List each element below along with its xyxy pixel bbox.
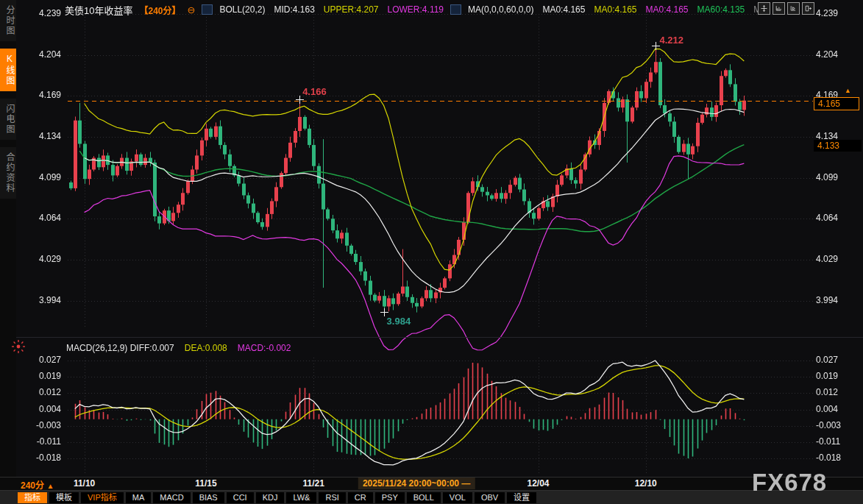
boll-readouts: BOLL(20,2)MID:4.163UPPER:4.207LOWER:4.11… — [219, 4, 444, 15]
axis-tick-label: 0.019 — [39, 371, 61, 381]
axis-tick-label: 4.204 — [39, 49, 61, 60]
axis-tick-label: 4.239 — [39, 8, 61, 18]
toolbar-button-PSY[interactable]: PSY — [375, 492, 405, 503]
date-tick-label: 11/15 — [195, 478, 216, 489]
pan-icon[interactable] — [758, 2, 770, 15]
panel-divider — [0, 337, 863, 338]
toolbar-button-CR[interactable]: CR — [348, 492, 373, 503]
axis-tick-label: 0.019 — [816, 371, 838, 381]
date-tick-label: 11/21 — [303, 478, 324, 489]
axis-tick-label: 4.204 — [816, 49, 838, 60]
indicator-readout: UPPER:4.207 — [324, 4, 379, 15]
indicator-readout: BOLL(20,2) — [219, 4, 265, 15]
macd-readout: DEA:0.008 — [185, 343, 227, 353]
toolbar-button-RSI[interactable]: RSI — [319, 492, 345, 503]
indicator-toolbar: 指标模板VIP指标MAMACDBIASCCIKDJLW&RSICRPSYBOLL… — [0, 490, 863, 504]
toolbar-button-VOL[interactable]: VOL — [443, 492, 472, 503]
sidebar-tab-item[interactable]: 分时图 — [0, 0, 16, 41]
toolbar-button-指标[interactable]: 指标 — [18, 492, 47, 503]
indicator-readout: MA0:4.165 — [594, 4, 636, 15]
toolbar-button-BIAS[interactable]: BIAS — [193, 492, 224, 503]
indicator-readout: MA0:4.165 — [542, 4, 585, 15]
alert-burst-icon[interactable] — [10, 338, 26, 355]
axis-tick-label: 3.994 — [816, 295, 838, 305]
period-label[interactable]: 【240分】 — [139, 4, 180, 16]
window-controls — [758, 2, 814, 15]
date-tick-label: 12/10 — [635, 478, 657, 489]
chart-header: 美债10年收益率 【240分】 ⊖ BOLL(20,2)MID:4.163UPP… — [65, 3, 761, 16]
toolbar-button-设置[interactable]: 设置 — [507, 492, 536, 503]
price-extreme-label: 4.166 — [302, 86, 327, 97]
indicator-readout: MID:4.163 — [274, 4, 314, 15]
axis-tick-label: -0.018 — [816, 452, 841, 463]
price-extreme-label: 4.212 — [660, 35, 684, 46]
x-axis-strip: 240分 ▲ 11/1011/1511/2112/0412/102025/11/… — [0, 477, 863, 491]
axis-tick-label: 4.169 — [39, 90, 61, 100]
macd-readout: MACD(26,12,9) DIFF:0.007 — [66, 343, 174, 353]
axis-tick-label: -0.003 — [36, 420, 61, 430]
axis-scale-icon[interactable] — [773, 2, 785, 15]
toolbar-button-LW&[interactable]: LW& — [286, 492, 316, 503]
axis-tick-label: 4.064 — [816, 213, 838, 223]
indicator-readout: MA(0,0,0,60,0,0) — [468, 4, 533, 15]
axis-tick-label: 3.994 — [39, 295, 61, 305]
indicator-readout: MA0:4.165 — [646, 4, 689, 15]
axis-tick-label: 4.099 — [816, 172, 838, 182]
extreme-cross-marker — [652, 42, 660, 50]
date-tick-label: 11/10 — [74, 478, 95, 489]
sidebar-tab-active[interactable]: K线图 — [0, 49, 16, 91]
price-extreme-label: 3.984 — [387, 316, 411, 327]
current-price-tag: 4.165 — [814, 97, 859, 110]
axis-tick-label: 0.004 — [816, 404, 838, 414]
axis-tick-label: -0.011 — [816, 436, 840, 447]
axis-tick-label: -0.018 — [36, 452, 61, 463]
axis-play-icon[interactable] — [787, 2, 800, 15]
toolbar-button-OBV[interactable]: OBV — [475, 492, 505, 503]
axis-tick-label: 4.029 — [816, 254, 838, 264]
indicator-readout: MA60:4.135 — [697, 4, 745, 15]
axis-tick-label: 4.029 — [39, 254, 61, 264]
axis-tick-label: 0.004 — [39, 404, 61, 414]
kline-chart-canvas[interactable] — [0, 0, 863, 477]
axis-tick-label: 0.012 — [816, 387, 838, 397]
axis-tick-label: 4.099 — [39, 172, 61, 182]
symbol-title: 美债10年收益率 — [65, 3, 132, 17]
watermark: FX678 — [752, 469, 827, 497]
axis-tick-label: -0.003 — [816, 420, 841, 430]
axis-tick-label: 0.027 — [39, 355, 61, 365]
axis-tick-label: -0.011 — [37, 436, 61, 447]
date-tick-label: 12/04 — [527, 478, 549, 489]
axis-tick-label: 0.027 — [816, 355, 838, 365]
collapse-icon[interactable]: ⊖ — [188, 4, 196, 15]
toolbar-button-MACD[interactable]: MACD — [153, 492, 190, 503]
axis-tick-label: 0.012 — [39, 387, 61, 397]
price-direction-arrow: ▲ — [845, 87, 851, 94]
exit-icon[interactable] — [802, 2, 814, 15]
chart-application: 美债10年收益率 【240分】 ⊖ BOLL(20,2)MID:4.163UPP… — [0, 0, 863, 504]
toolbar-button-BOLL[interactable]: BOLL — [407, 492, 441, 503]
toolbar-button-CCI[interactable]: CCI — [227, 492, 254, 503]
toolbar-button-KDJ[interactable]: KDJ — [256, 492, 285, 503]
toolbar-button-VIP指标[interactable]: VIP指标 — [81, 492, 124, 503]
macd-readout: MACD:-0.002 — [238, 343, 291, 353]
boll-indicator-icon — [202, 4, 213, 15]
timeframe-label: 240分 — [21, 480, 44, 491]
axis-tick-label: 4.134 — [39, 131, 61, 141]
indicator-readout: LOWER:4.119 — [388, 4, 444, 15]
sidebar-tab-item[interactable]: 合约资料 — [0, 147, 16, 199]
sidebar-tab-item[interactable]: 闪电图 — [0, 99, 16, 140]
axis-tick-label: 4.239 — [816, 8, 838, 18]
axis-tick-label: 4.064 — [39, 213, 61, 223]
toolbar-button-模板[interactable]: 模板 — [49, 492, 79, 503]
secondary-price-tag: 4.133 — [814, 140, 862, 152]
timeframe-arrow-icon: ▲ — [46, 482, 54, 490]
chart-type-sidebar: 分时图K线图闪电图合约资料 — [0, 0, 16, 477]
timeframe-button[interactable]: 240分 ▲ — [21, 478, 54, 491]
crosshair-datetime-label: 2025/11/24 20:00~00:00 — — [358, 478, 475, 489]
macd-readouts: MACD(26,12,9) DIFF:0.007DEA:0.008MACD:-0… — [66, 343, 291, 353]
ma-indicator-icon — [450, 4, 461, 15]
ma-readouts: MA(0,0,0,60,0,0)MA0:4.165MA0:4.165MA0:4.… — [468, 4, 761, 15]
toolbar-button-MA[interactable]: MA — [126, 492, 152, 503]
